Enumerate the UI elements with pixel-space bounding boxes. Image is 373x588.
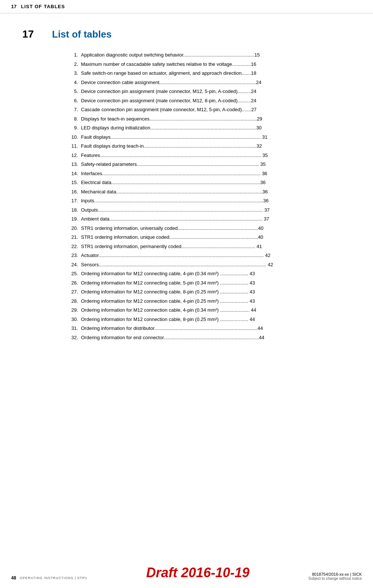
table-list: 1.Application diagnostic output switchin… <box>67 51 351 341</box>
item-text: Interfaces..............................… <box>81 170 351 177</box>
footer-left: 48 OPERATING INSTRUCTIONS | STR1 <box>11 575 87 581</box>
item-number: 28. <box>67 298 78 305</box>
list-item: 27.Ordering information for M12 connecti… <box>67 288 351 296</box>
list-item: 18.Outputs..............................… <box>67 206 351 214</box>
item-number: 21. <box>67 234 78 241</box>
item-text: Safety-related parameters...............… <box>81 161 351 168</box>
list-item: 11.Fault displays during teach-in.......… <box>67 142 351 150</box>
item-text: Electrical data.........................… <box>81 179 351 186</box>
item-number: 13. <box>67 161 78 168</box>
item-number: 27. <box>67 288 78 296</box>
list-item: 28.Ordering information for M12 connecti… <box>67 298 351 305</box>
item-number: 24. <box>67 261 78 269</box>
item-number: 19. <box>67 215 78 223</box>
draft-watermark: Draft 2016-10-19 <box>146 565 249 580</box>
item-text: Outputs.................................… <box>81 206 351 214</box>
footer-right: 8018754/2016-xx-xx | SICK Subject to cha… <box>308 572 362 581</box>
item-number: 3. <box>67 70 78 77</box>
item-text: Mechanical data.........................… <box>81 188 351 196</box>
list-item: 10.Fault displays.......................… <box>67 134 351 141</box>
item-text: Ordering information for end connector..… <box>81 334 351 341</box>
item-text: Inputs..................................… <box>81 197 351 205</box>
list-item: 32.Ordering information for end connecto… <box>67 334 351 341</box>
item-number: 23. <box>67 252 78 259</box>
item-number: 11. <box>67 142 78 150</box>
item-text: STR1 ordering information, universally c… <box>81 225 351 232</box>
chapter-title: List of tables <box>52 29 111 40</box>
list-item: 19.Ambient data.........................… <box>67 215 351 223</box>
item-number: 2. <box>67 61 78 68</box>
item-text: Device connection cable assignment......… <box>81 79 351 86</box>
list-item: 1.Application diagnostic output switchin… <box>67 51 351 59</box>
item-number: 25. <box>67 270 78 277</box>
item-number: 30. <box>67 316 78 323</box>
item-number: 29. <box>67 306 78 314</box>
item-number: 20. <box>67 225 78 232</box>
item-number: 31. <box>67 325 78 332</box>
list-item: 25.Ordering information for M12 connecti… <box>67 270 351 277</box>
item-text: Ordering information for M12 connecting … <box>81 279 351 287</box>
item-number: 10. <box>67 134 78 141</box>
item-text: Fault displays during teach-in..........… <box>81 142 351 150</box>
footer-doc-info: OPERATING INSTRUCTIONS | STR1 <box>20 576 87 580</box>
item-number: 5. <box>67 88 78 95</box>
item-text: STR1 ordering information, permanently c… <box>81 243 351 250</box>
list-item: 14.Interfaces...........................… <box>67 170 351 177</box>
main-content: 17 List of tables 1.Application diagnost… <box>0 13 373 365</box>
footer-center: Draft 2016-10-19 <box>146 565 249 581</box>
item-number: 4. <box>67 79 78 86</box>
list-item: 26.Ordering information for M12 connecti… <box>67 279 351 287</box>
list-item: 6.Device connection pin assignment (male… <box>67 97 351 105</box>
footer-page-number: 48 <box>11 575 16 581</box>
list-item: 31.Ordering information for distributor.… <box>67 325 351 332</box>
list-item: 21.STR1 ordering information, unique cod… <box>67 234 351 241</box>
list-item: 23.Actuator.............................… <box>67 252 351 259</box>
item-text: Safe switch-on range based on actuator, … <box>81 70 351 77</box>
item-text: Ordering information for M12 connecting … <box>81 288 351 296</box>
list-item: 3.Safe switch-on range based on actuator… <box>67 70 351 77</box>
page-container: 17 LIST OF TABLES 17 List of tables 1.Ap… <box>0 0 373 588</box>
item-text: Maximum number of cascadable safety swit… <box>81 61 351 68</box>
list-item: 22.STR1 ordering information, permanentl… <box>67 243 351 250</box>
list-item: 16.Mechanical data......................… <box>67 188 351 196</box>
item-number: 18. <box>67 206 78 214</box>
list-item: 17.Inputs...............................… <box>67 197 351 205</box>
list-item: 4.Device connection cable assignment....… <box>67 79 351 86</box>
footer-notice: Subject to change without notice <box>308 576 362 581</box>
footer-part-num: 8018754/2016-xx-xx | SICK <box>308 572 362 576</box>
item-number: 14. <box>67 170 78 177</box>
item-number: 26. <box>67 279 78 287</box>
item-text: Fault displays..........................… <box>81 134 351 141</box>
list-item: 7.Cascade connection pin assignment (mal… <box>67 106 351 113</box>
list-item: 13.Safety-related parameters............… <box>67 161 351 168</box>
list-item: 12.Features.............................… <box>67 152 351 159</box>
item-text: Sensors.................................… <box>81 261 351 269</box>
header-bar: 17 LIST OF TABLES <box>0 0 373 13</box>
item-text: Ordering information for M12 connection … <box>81 306 351 314</box>
list-item: 20.STR1 ordering information, universall… <box>67 225 351 232</box>
header-title: LIST OF TABLES <box>21 4 65 9</box>
item-number: 32. <box>67 334 78 341</box>
list-item: 8.Displays for teach-in sequences.......… <box>67 115 351 123</box>
item-number: 12. <box>67 152 78 159</box>
list-item: 30.Ordering information for M12 connecti… <box>67 316 351 323</box>
item-text: Actuator................................… <box>81 252 351 259</box>
footer: 48 OPERATING INSTRUCTIONS | STR1 Draft 2… <box>0 565 373 581</box>
list-item: 15.Electrical data......................… <box>67 179 351 186</box>
item-number: 8. <box>67 115 78 123</box>
item-text: Ordering information for distributor....… <box>81 325 351 332</box>
chapter-number: 17 <box>22 28 41 40</box>
item-text: Displays for teach-in sequences.........… <box>81 115 351 123</box>
item-text: Ambient data............................… <box>81 215 351 223</box>
item-number: 15. <box>67 179 78 186</box>
list-item: 9.LED displays during initialization....… <box>67 124 351 132</box>
list-item: 29.Ordering information for M12 connecti… <box>67 306 351 314</box>
header-chapter-num: 17 <box>11 4 16 9</box>
item-number: 6. <box>67 97 78 105</box>
item-text: Features................................… <box>81 152 351 159</box>
item-number: 16. <box>67 188 78 196</box>
item-number: 7. <box>67 106 78 113</box>
item-text: Device connection pin assignment (male c… <box>81 97 351 105</box>
item-text: Ordering information for M12 connection … <box>81 316 351 323</box>
chapter-heading: 17 List of tables <box>22 28 351 40</box>
